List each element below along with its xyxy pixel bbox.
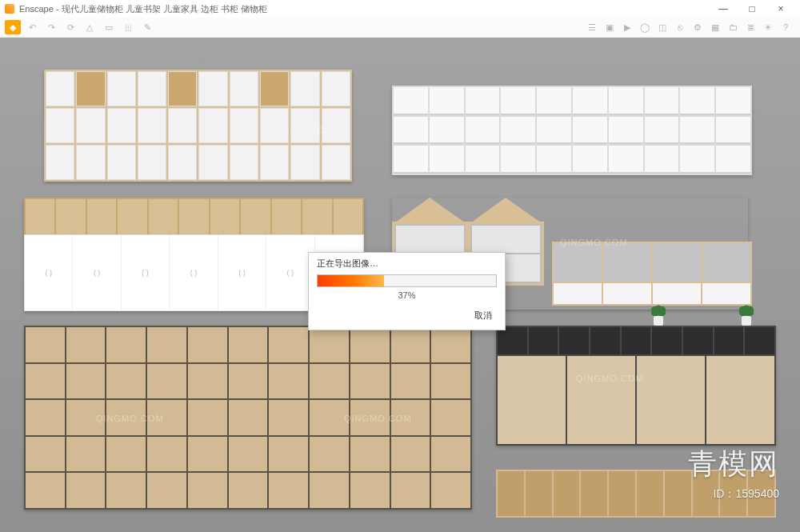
minimize-button[interactable]: — <box>709 0 738 18</box>
app-name: Enscape <box>19 4 54 14</box>
close-button[interactable]: × <box>766 0 795 18</box>
plant-decor-icon <box>648 298 669 326</box>
gear-icon[interactable]: ⚙ <box>690 20 706 34</box>
link-icon[interactable]: ⎋ <box>672 20 688 34</box>
sync-icon[interactable]: ⟳ <box>62 20 78 34</box>
panorama-icon[interactable]: ◯ <box>637 20 653 34</box>
model-icon[interactable]: △ <box>82 20 98 34</box>
screenshots-folder-icon[interactable]: 🗀 <box>725 20 741 34</box>
window-title: Enscape - 现代儿童储物柜 儿童书架 儿童家具 边柜 书柜 储物柜 <box>19 3 709 15</box>
progress-percent-label: 37% <box>309 289 505 305</box>
folder-icon[interactable]: ▭ <box>101 20 117 34</box>
main-toolbar: ◆ ↶ ↷ ⟳ △ ▭ ⍐ ✎ ☰ ▣ ▶ ◯ ◫ ⎋ ⚙ ▦ 🗀 ≣ ☀ ? <box>0 18 800 38</box>
edit-icon[interactable]: ✎ <box>139 20 155 34</box>
cancel-button[interactable]: 取消 <box>470 308 497 323</box>
watermark-text: QINGMO.COM <box>96 414 164 423</box>
storage-unit-bottom-right <box>496 326 776 446</box>
app-window: Enscape - 现代儿童储物柜 儿童书架 儿童家具 边柜 书柜 储物柜 — … <box>0 0 800 532</box>
vr-icon[interactable]: ◫ <box>654 20 670 34</box>
watermark-text: QINGMO.COM <box>344 414 412 423</box>
export-icon[interactable]: ⍐ <box>120 20 136 34</box>
app-logo-icon <box>5 4 14 14</box>
toolbar-right-group: ☰ ▣ ▶ ◯ ◫ ⎋ ⚙ ▦ 🗀 ≣ ☀ ? <box>584 18 794 37</box>
render-viewport[interactable]: ( )( )( )( )( )( )( ) QINGMO. <box>0 38 800 532</box>
grid-icon[interactable]: ▦ <box>707 20 723 34</box>
dialog-title: 正在导出图像… <box>309 253 505 273</box>
watermark-text: QINGMO.COM <box>80 254 148 263</box>
cabinet-top-right <box>392 86 752 175</box>
sun-icon[interactable]: ☀ <box>760 20 776 34</box>
redo-icon[interactable]: ↷ <box>43 20 59 34</box>
watermark-text: QINGMO.COM <box>560 238 628 247</box>
titlebar: Enscape - 现代儿童储物柜 儿童书架 儿童家具 边柜 书柜 储物柜 — … <box>0 0 800 18</box>
help-icon[interactable]: ? <box>778 20 794 34</box>
settings-icon[interactable]: ☰ <box>584 20 600 34</box>
dialog-button-row: 取消 <box>309 305 505 330</box>
watermark-text: QINGMO.COM <box>576 374 644 383</box>
document-title: 现代儿童储物柜 儿童书架 儿童家具 边柜 书柜 储物柜 <box>62 4 267 14</box>
screenshot-icon[interactable]: ▣ <box>602 20 618 34</box>
presets-icon[interactable]: ≣ <box>742 20 758 34</box>
watermark-text: QINGMO.COM <box>272 126 340 135</box>
home-icon[interactable]: ◆ <box>5 20 21 34</box>
progress-bar <box>317 274 497 287</box>
video-icon[interactable]: ▶ <box>619 20 635 34</box>
undo-icon[interactable]: ↶ <box>24 20 40 34</box>
cabinet-mid-left-shelf <box>24 198 364 234</box>
brand-overlay: 青模网 <box>688 445 779 484</box>
low-shelf <box>552 242 752 306</box>
window-controls: — □ × <box>709 0 795 18</box>
model-id-overlay: ID：1595400 <box>713 487 779 502</box>
plant-decor-icon <box>736 298 757 326</box>
progress-bar-fill <box>318 275 384 286</box>
export-progress-dialog: 正在导出图像… 37% 取消 <box>308 252 506 330</box>
maximize-button[interactable]: □ <box>738 0 766 18</box>
